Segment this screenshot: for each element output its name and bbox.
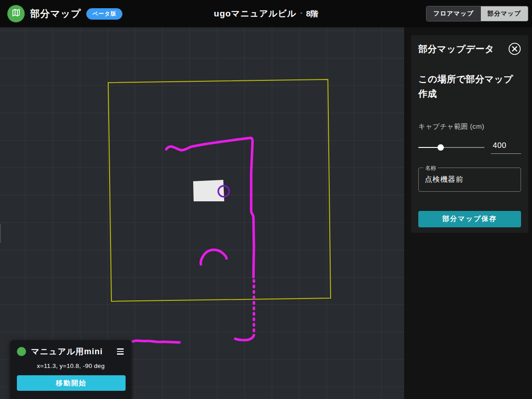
- robot-status-card: マニュアル用mini x=11.3, y=10.8, -90 deg 移動開始: [10, 340, 132, 399]
- map-edge-marker: [0, 224, 1, 243]
- close-icon: [508, 50, 521, 57]
- map-canvas[interactable]: マニュアル用mini x=11.3, y=10.8, -90 deg 移動開始: [0, 27, 404, 399]
- right-sidebar: 部分マップデータ この場所で部分マップ作成 キャプチャ範囲 (cm): [404, 27, 532, 399]
- tab-floor-map[interactable]: フロアマップ: [427, 6, 481, 21]
- name-text-field[interactable]: 名称 点検機器前: [418, 168, 521, 192]
- save-partial-map-button[interactable]: 部分マップ保存: [418, 211, 521, 227]
- robot-pose-readout: x=11.3, y=10.8, -90 deg: [17, 362, 125, 369]
- capture-range-slider[interactable]: [418, 144, 485, 151]
- scan-trace-bottom-wall: [133, 341, 179, 342]
- map-mode-toggle-group: フロアマップ 部分マップ: [426, 6, 528, 21]
- scan-trace-upper-wall: [166, 138, 254, 277]
- map-mode-switch: フロアマップ 部分マップ: [426, 6, 532, 21]
- name-field-value[interactable]: 点検機器前: [425, 175, 515, 184]
- panel-title: 部分マップデータ: [418, 43, 494, 55]
- beta-badge: ベータ版: [86, 8, 122, 20]
- robot-card-header: マニュアル用mini: [17, 346, 125, 357]
- app-brand: 部分マップ ベータ版: [0, 5, 122, 22]
- app-logo: [7, 5, 25, 22]
- map-icon: [11, 8, 21, 19]
- tab-partial-map[interactable]: 部分マップ: [481, 6, 528, 21]
- floor-name: 8階: [306, 9, 318, 19]
- top-app-bar: 部分マップ ベータ版 ugoマニュアルビル - 8階 フロアマップ 部分マップ: [0, 0, 532, 27]
- scan-trace-arc: [201, 250, 226, 264]
- building-name: ugoマニュアルビル: [214, 8, 296, 20]
- hamburger-menu-icon[interactable]: [116, 346, 125, 357]
- page-title: 部分マップ: [30, 7, 81, 20]
- name-field-label: 名称: [423, 164, 438, 172]
- capture-range-value-input[interactable]: 400: [491, 141, 521, 154]
- robot-name: マニュアル用mini: [31, 346, 111, 357]
- capture-range-control: 400: [418, 141, 521, 154]
- close-panel-button[interactable]: [508, 42, 521, 55]
- capture-range-label: キャプチャ範囲 (cm): [418, 122, 521, 131]
- robot-online-status-icon: [17, 347, 26, 356]
- partial-map-data-panel: 部分マップデータ この場所で部分マップ作成 キャプチャ範囲 (cm): [411, 35, 528, 233]
- title-separator: -: [300, 9, 302, 16]
- scan-trace-hook: [235, 335, 254, 340]
- obstacle-rect: [193, 180, 224, 201]
- start-move-button[interactable]: 移動開始: [17, 375, 126, 391]
- main-content: マニュアル用mini x=11.3, y=10.8, -90 deg 移動開始 …: [0, 27, 532, 399]
- slider-thumb[interactable]: [437, 144, 444, 151]
- panel-header: 部分マップデータ: [418, 42, 521, 55]
- panel-description: この場所で部分マップ作成: [418, 72, 521, 101]
